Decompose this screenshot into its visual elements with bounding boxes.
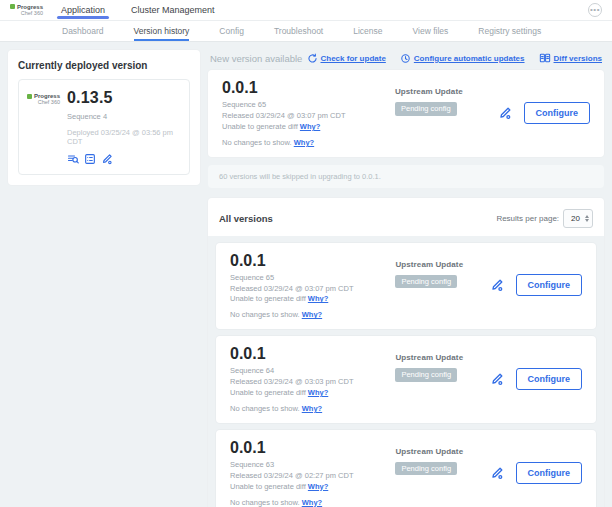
- changes-why-link[interactable]: Why?: [302, 498, 322, 507]
- version-number: 0.0.1: [230, 252, 395, 270]
- subnav-view-files[interactable]: View files: [413, 21, 449, 41]
- changes-status: No changes to show.: [230, 498, 300, 507]
- diff-icon: [539, 52, 551, 64]
- currently-deployed-panel: Currently deployed version Progress Chef…: [8, 50, 200, 185]
- ellipsis-menu-icon[interactable]: •••: [588, 3, 602, 17]
- version-sequence: Sequence 64: [230, 366, 274, 375]
- subnav: Dashboard Version history Config Trouble…: [0, 21, 612, 42]
- subnav-registry-settings[interactable]: Registry settings: [478, 21, 541, 41]
- configure-button[interactable]: Configure: [524, 102, 591, 124]
- deployed-timestamp: Deployed 03/25/24 @ 03:56 pm CDT: [67, 128, 181, 146]
- configure-button[interactable]: Configure: [516, 368, 583, 390]
- check-for-update-link[interactable]: Check for update: [307, 53, 386, 64]
- diff-why-link[interactable]: Why?: [308, 388, 328, 397]
- version-row: 0.0.1 Sequence 63 Released 03/29/24 @ 02…: [216, 430, 596, 507]
- version-released: Released 03/29/24 @ 03:07 pm CDT: [230, 284, 354, 293]
- subnav-config[interactable]: Config: [219, 21, 244, 41]
- app-tabs: Application Cluster Management: [61, 0, 215, 20]
- deployed-title: Currently deployed version: [18, 60, 190, 71]
- configure-button[interactable]: Configure: [516, 274, 583, 296]
- logo-product: Chef 360: [38, 100, 60, 106]
- edit-config-icon[interactable]: [490, 372, 504, 386]
- deployed-sequence: Sequence 4: [67, 112, 181, 121]
- diff-versions-link[interactable]: Diff versions: [539, 52, 602, 64]
- changes-why-link[interactable]: Why?: [294, 138, 314, 147]
- deployed-version-number: 0.13.5: [67, 89, 181, 107]
- version-rows: 0.0.1 Sequence 65 Released 03/29/24 @ 03…: [208, 236, 604, 507]
- configure-button[interactable]: Configure: [516, 462, 583, 484]
- version-released: Released 03/29/24 @ 03:03 pm CDT: [230, 377, 354, 386]
- new-version-header: New version available Check for update C…: [210, 52, 602, 64]
- version-number: 0.0.1: [230, 345, 395, 363]
- deployed-version-card: Progress Chef 360 0.13.5 Sequence 4 Depl…: [18, 79, 190, 175]
- edit-config-icon[interactable]: [101, 153, 113, 165]
- version-sequence: Sequence 65: [230, 273, 274, 282]
- changes-why-link[interactable]: Why?: [302, 310, 322, 319]
- view-config-icon[interactable]: [84, 153, 96, 165]
- all-versions-panel: All versions Results per page: 20 0.0.1 …: [208, 198, 604, 507]
- app-logo-small: Progress Chef 360: [27, 93, 60, 165]
- app-logo: Progress Chef 360: [10, 4, 43, 17]
- diff-status: Unable to generate diff: [230, 388, 306, 397]
- changes-status: No changes to show.: [230, 404, 300, 413]
- version-number: 0.0.1: [230, 439, 395, 457]
- logo-product: Chef 360: [21, 11, 43, 17]
- diff-why-link[interactable]: Why?: [300, 122, 320, 131]
- diff-why-link[interactable]: Why?: [308, 294, 328, 303]
- diff-why-link[interactable]: Why?: [308, 482, 328, 491]
- results-per-page-select[interactable]: 20: [563, 209, 593, 228]
- status-badge: Pending config: [395, 275, 457, 289]
- changes-why-link[interactable]: Why?: [302, 404, 322, 413]
- changes-status: No changes to show.: [230, 310, 300, 319]
- new-version-title: New version available: [210, 53, 302, 64]
- version-type: Upstream Update: [395, 447, 489, 456]
- edit-config-icon[interactable]: [490, 278, 504, 292]
- auto-update-icon: [400, 53, 411, 64]
- refresh-icon: [307, 53, 318, 64]
- status-badge: Pending config: [395, 102, 457, 116]
- subnav-license[interactable]: License: [353, 21, 382, 41]
- version-sequence: Sequence 63: [230, 460, 274, 469]
- subnav-dashboard[interactable]: Dashboard: [62, 21, 104, 41]
- tab-cluster-management[interactable]: Cluster Management: [131, 0, 215, 20]
- version-row: 0.0.1 Sequence 65 Released 03/29/24 @ 03…: [216, 243, 596, 330]
- version-number: 0.0.1: [222, 79, 395, 97]
- version-released: Released 03/29/24 @ 02:27 pm CDT: [230, 471, 354, 480]
- results-per-page-label: Results per page:: [496, 214, 559, 223]
- diff-status: Unable to generate diff: [230, 482, 306, 491]
- edit-config-icon[interactable]: [498, 106, 512, 120]
- subnav-troubleshoot[interactable]: Troubleshoot: [274, 21, 323, 41]
- logo-icon: [10, 4, 15, 9]
- deploy-logs-icon[interactable]: [67, 153, 79, 165]
- skip-versions-note: 60 versions will be skipped in upgrading…: [208, 165, 604, 188]
- select-stepper-icon: [585, 212, 589, 225]
- version-sequence: Sequence 65: [222, 100, 266, 109]
- version-row: 0.0.1 Sequence 64 Released 03/29/24 @ 03…: [216, 336, 596, 423]
- version-type: Upstream Update: [395, 260, 489, 269]
- new-version-card: 0.0.1 Sequence 65 Released 03/29/24 @ 03…: [208, 70, 604, 157]
- logo-brand: Progress: [17, 4, 43, 10]
- configure-automatic-updates-link[interactable]: Configure automatic updates: [400, 53, 525, 64]
- subnav-version-history[interactable]: Version history: [134, 21, 190, 41]
- status-badge: Pending config: [395, 462, 457, 476]
- edit-config-icon[interactable]: [490, 466, 504, 480]
- status-badge: Pending config: [395, 368, 457, 382]
- tab-application[interactable]: Application: [61, 0, 105, 20]
- all-versions-title: All versions: [219, 213, 273, 224]
- diff-status: Unable to generate diff: [222, 122, 298, 131]
- version-type: Upstream Update: [395, 353, 489, 362]
- diff-status: Unable to generate diff: [230, 294, 306, 303]
- changes-status: No changes to show.: [222, 138, 292, 147]
- logo-icon: [27, 94, 32, 99]
- top-header: Progress Chef 360 Application Cluster Ma…: [0, 0, 612, 21]
- version-type: Upstream Update: [395, 87, 498, 96]
- version-released: Released 03/29/24 @ 03:07 pm CDT: [222, 111, 346, 120]
